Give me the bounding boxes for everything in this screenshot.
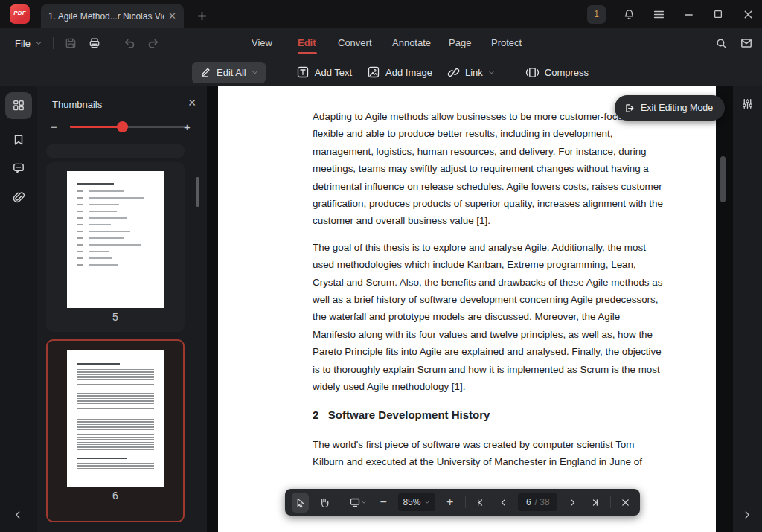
collapse-left-panel-chevron[interactable] xyxy=(13,510,23,520)
pdf-editor-window: PDF 1. Agile Method...r Nicolas Viera ✕ … xyxy=(0,0,762,532)
thumbnails-scrollbar[interactable] xyxy=(196,177,199,207)
nav-convert[interactable]: Convert xyxy=(338,37,372,48)
new-tab-button[interactable] xyxy=(193,7,211,25)
nav-edit[interactable]: Edit xyxy=(298,37,316,48)
link-button[interactable]: Link xyxy=(447,66,495,79)
close-view-toolbar-button[interactable] xyxy=(618,493,633,511)
nav-view[interactable]: View xyxy=(252,37,272,48)
document-viewport: Adapting to Agile methods allow business… xyxy=(207,86,733,532)
document-page[interactable]: Adapting to Agile methods allow business… xyxy=(218,86,716,532)
expand-right-panel-chevron[interactable] xyxy=(742,510,752,520)
add-text-button[interactable]: Add Text xyxy=(296,65,352,79)
zoom-level-select[interactable]: 85% xyxy=(398,493,435,511)
cursor-icon xyxy=(295,497,306,508)
first-page-button[interactable] xyxy=(473,493,488,511)
zoom-out-button[interactable]: − xyxy=(376,493,391,511)
zoom-in-button[interactable]: + xyxy=(443,493,458,511)
thumb-zoom-in-button[interactable]: + xyxy=(184,121,190,133)
select-tool-button[interactable] xyxy=(292,493,309,513)
thumbnail-page-6[interactable]: 6 xyxy=(46,339,185,522)
text-icon xyxy=(296,65,310,79)
thumbnails-panel: Thumbnails ✕ − + 5 xyxy=(37,86,207,532)
link-icon xyxy=(447,66,460,79)
tab-close-icon[interactable]: ✕ xyxy=(168,10,176,22)
exit-icon xyxy=(624,103,635,114)
left-sidebar xyxy=(0,86,37,532)
exit-editing-mode-button[interactable]: Exit Editing Mode xyxy=(615,95,725,121)
document-scrollbar[interactable] xyxy=(720,156,726,202)
bell-icon[interactable] xyxy=(622,7,635,21)
main-menu-icon[interactable] xyxy=(652,7,665,21)
thumb-size-slider[interactable] xyxy=(70,126,189,128)
add-image-button[interactable]: Add Image xyxy=(367,65,432,79)
save-icon[interactable] xyxy=(64,36,77,50)
page-display-button[interactable] xyxy=(347,493,368,511)
redo-icon[interactable] xyxy=(147,36,160,50)
thumbnail-page-5[interactable]: 5 xyxy=(46,162,185,332)
close-thumbnails-icon[interactable]: ✕ xyxy=(188,97,196,109)
compress-button[interactable]: Compress xyxy=(525,65,589,80)
active-tab-underline xyxy=(298,52,317,54)
previous-page-button[interactable] xyxy=(496,493,510,511)
bookmarks-panel-icon[interactable] xyxy=(12,133,25,147)
compress-icon xyxy=(525,65,540,80)
edit-all-button[interactable]: Edit All xyxy=(192,62,266,83)
right-sidebar xyxy=(733,86,762,532)
attachments-panel-icon[interactable] xyxy=(12,190,25,204)
nav-protect[interactable]: Protect xyxy=(491,37,522,48)
paragraph-2[interactable]: The goal of this thesis is to explore an… xyxy=(313,239,685,396)
properties-sliders-icon[interactable] xyxy=(741,97,754,110)
thumbnail-page-6-preview xyxy=(67,350,164,487)
notification-count-badge[interactable]: 1 xyxy=(587,5,606,24)
section-heading[interactable]: 2 Software Development History xyxy=(313,406,685,423)
print-icon[interactable] xyxy=(88,36,101,50)
tab-title: 1. Agile Method...r Nicolas Viera xyxy=(48,11,164,22)
pencil-icon xyxy=(199,66,211,78)
search-icon[interactable] xyxy=(715,37,728,50)
thumbnails-panel-icon[interactable] xyxy=(12,99,25,112)
minimize-button[interactable] xyxy=(682,7,695,21)
image-icon xyxy=(367,65,380,79)
menu-bar: File View Edit Convert xyxy=(0,28,762,58)
close-window-button[interactable] xyxy=(741,7,755,21)
nav-page[interactable]: Page xyxy=(449,37,471,48)
next-page-button[interactable] xyxy=(565,493,580,511)
file-menu[interactable]: File xyxy=(15,38,42,49)
last-page-button[interactable] xyxy=(587,493,602,511)
paragraph-1[interactable]: Adapting to Agile methods allow business… xyxy=(313,108,685,230)
maximize-button[interactable] xyxy=(711,7,725,21)
thumbnail-partial[interactable] xyxy=(46,144,185,158)
view-toolbar: − 85% + 6 / 38 xyxy=(285,489,640,516)
page-number-input[interactable]: 6 / 38 xyxy=(518,493,557,511)
mail-icon[interactable] xyxy=(740,36,753,50)
display-icon xyxy=(349,496,361,508)
thumbnails-panel-title: Thumbnails xyxy=(52,99,102,110)
app-logo-icon[interactable]: PDF xyxy=(10,4,30,24)
hand-icon xyxy=(318,497,330,508)
document-text[interactable]: Adapting to Agile methods allow business… xyxy=(313,108,685,480)
thumb-zoom-out-button[interactable]: − xyxy=(51,121,57,133)
hand-tool-button[interactable] xyxy=(316,493,331,511)
thumb-size-slider-knob[interactable] xyxy=(117,121,128,132)
document-tab[interactable]: 1. Agile Method...r Nicolas Viera ✕ xyxy=(41,4,184,28)
nav-annotate[interactable]: Annotate xyxy=(392,37,431,48)
thumbnail-page-5-preview xyxy=(67,171,164,308)
comments-panel-icon[interactable] xyxy=(12,161,25,175)
title-bar: PDF 1. Agile Method...r Nicolas Viera ✕ … xyxy=(0,0,762,28)
edit-toolbar: Edit All Add Text Add Image Link Compres… xyxy=(0,58,762,86)
page-number-label: 5 xyxy=(46,311,185,323)
undo-icon[interactable] xyxy=(123,36,136,50)
page-number-label: 6 xyxy=(48,490,183,501)
paragraph-3[interactable]: The world's first piece of software was … xyxy=(313,436,685,471)
